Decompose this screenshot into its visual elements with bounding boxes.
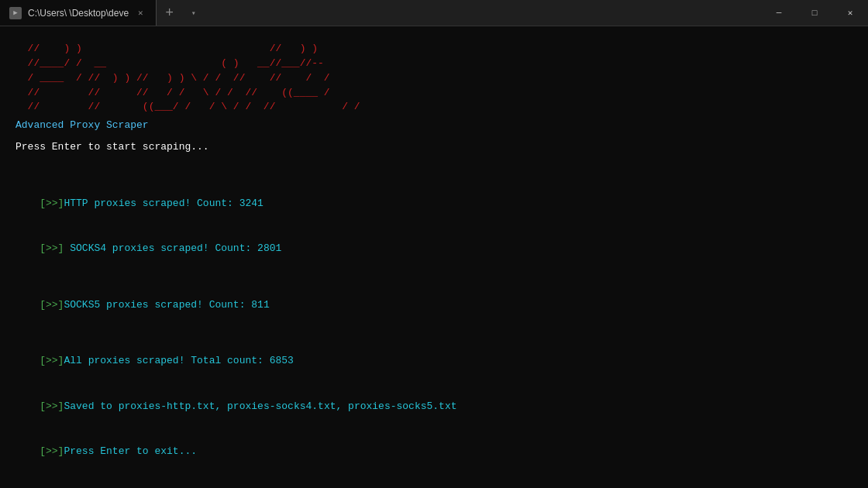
total-count-line: [>>]All proxies scraped! Total count: 68… [16,339,852,384]
socks4-proxy-line: [>>] SOCKS4 proxies scraped! Count: 2801 [16,226,852,272]
app-title-text: Advanced Proxy Scraper [16,118,852,133]
tab-title: C:\Users\ \Desktop\deve [28,8,129,19]
title-bar: C:\Users\ \Desktop\deve ✕ + ▾ ─ □ ✕ [0,0,868,26]
minimize-button[interactable]: ─ [761,0,797,26]
spacer-2 [16,271,852,282]
bracket-6: [>>] [40,445,64,457]
tab-close-button[interactable]: ✕ [135,6,146,19]
close-button[interactable]: ✕ [832,0,868,26]
terminal-icon [9,7,22,19]
total-count-text: All proxies scraped! Total count: 6853 [64,355,293,366]
spacer-1 [16,170,852,180]
bracket-4: [>>] [40,355,64,366]
saved-text: Saved to proxies-http.txt, proxies-socks… [64,400,456,412]
exit-line: [>>]Press Enter to exit... [16,429,852,475]
http-proxy-text: HTTP proxies scraped! Count: 3241 [64,198,263,209]
socks4-proxy-text: SOCKS4 proxies scraped! Count: 2801 [64,242,281,254]
bracket-5: [>>] [40,400,64,412]
maximize-button[interactable]: □ [797,0,832,26]
title-bar-left: C:\Users\ \Desktop\deve ✕ + ▾ [0,0,761,26]
bracket-3: [>>] [40,299,64,311]
tab-dropdown-button[interactable]: ▾ [183,0,205,26]
new-tab-button[interactable]: + [157,0,183,26]
window-controls: ─ □ ✕ [761,0,868,26]
terminal-body: // ) ) // ) ) //____/ / __ ( ) __//___//… [0,26,868,488]
saved-line: [>>]Saved to proxies-http.txt, proxies-s… [16,383,852,429]
press-enter-prompt: Press Enter to start scraping... [16,139,852,155]
ascii-art: // ) ) // ) ) //____/ / __ ( ) __//___//… [16,42,852,115]
socks5-proxy-text: SOCKS5 proxies scraped! Count: 811 [64,299,269,311]
bracket-1: [>>] [40,198,64,209]
spacer-3 [16,328,852,339]
exit-text: Press Enter to exit... [64,445,197,457]
http-proxy-line: [>>]HTTP proxies scraped! Count: 3241 [16,180,852,226]
bracket-2: [>>] [40,242,64,254]
terminal-tab[interactable]: C:\Users\ \Desktop\deve ✕ [0,0,157,26]
socks5-proxy-line: [>>]SOCKS5 proxies scraped! Count: 811 [16,282,852,328]
